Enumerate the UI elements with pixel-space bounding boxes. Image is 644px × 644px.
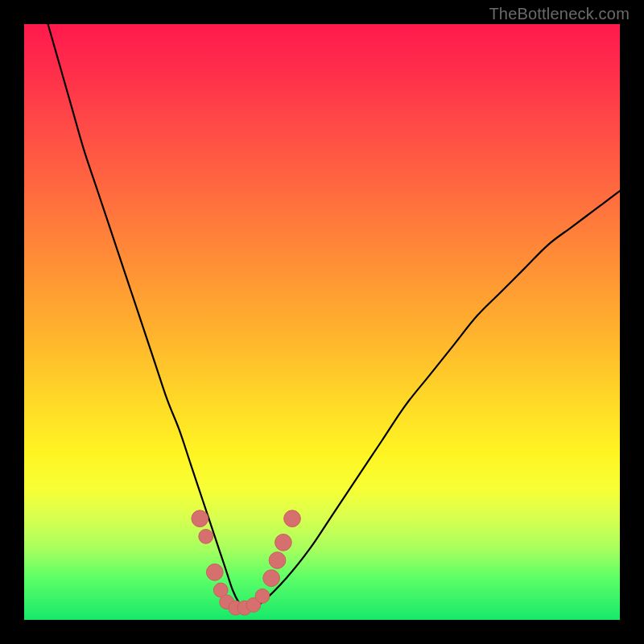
trough-marker bbox=[269, 552, 286, 569]
trough-marker bbox=[206, 564, 223, 580]
trough-marker bbox=[284, 510, 301, 527]
plot-area bbox=[24, 24, 620, 620]
trough-marker bbox=[199, 530, 213, 544]
chart-svg bbox=[24, 24, 620, 620]
trough-marker bbox=[255, 589, 270, 604]
trough-marker bbox=[263, 570, 280, 587]
watermark-text: TheBottleneck.com bbox=[489, 5, 630, 23]
trough-marker bbox=[192, 510, 208, 527]
outer-frame: TheBottleneck.com bbox=[0, 0, 644, 644]
trough-markers bbox=[192, 510, 300, 615]
bottleneck-curve bbox=[48, 24, 620, 609]
trough-marker bbox=[275, 534, 292, 551]
